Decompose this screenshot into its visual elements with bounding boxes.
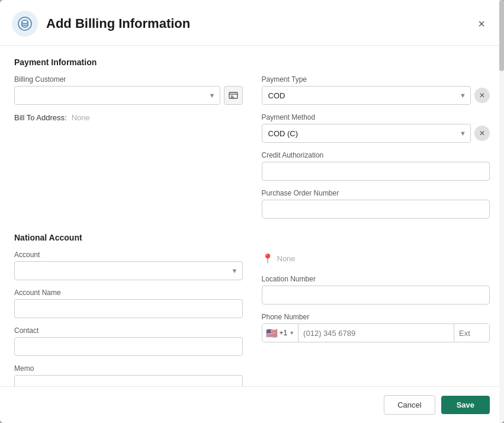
- phone-flag-dropdown[interactable]: 🇺🇸 +1 ▼: [262, 324, 299, 342]
- phone-number-input[interactable]: [298, 324, 454, 342]
- location-number-label: Location Number: [262, 275, 490, 283]
- account-name-group: Account Name: [14, 289, 243, 318]
- billing-customer-group: Billing Customer ▼: [14, 75, 243, 105]
- modal-title: Add Billing Information: [46, 16, 473, 31]
- payment-left-col: Billing Customer ▼: [14, 75, 243, 227]
- payment-method-select-wrap: COD (C) ▼: [262, 124, 471, 143]
- phone-number-group: Phone Number 🇺🇸 +1 ▼: [262, 313, 490, 342]
- location-row: 📍 None: [262, 253, 490, 264]
- us-flag-icon: 🇺🇸: [266, 328, 278, 339]
- phone-country-code: +1: [280, 329, 288, 337]
- account-select[interactable]: [14, 261, 243, 280]
- phone-code-chevron-icon: ▼: [289, 330, 294, 336]
- billing-customer-row: ▼: [14, 86, 243, 105]
- payment-section-title: Payment Information: [14, 57, 490, 67]
- bill-to-address-value: None: [72, 113, 90, 122]
- cancel-button[interactable]: Cancel: [384, 395, 435, 415]
- contact-input[interactable]: [14, 337, 243, 356]
- bill-to-address-row: Bill To Address: None: [14, 113, 243, 122]
- account-label: Account: [14, 251, 243, 259]
- po-number-label: Purchase Order Number: [262, 189, 490, 197]
- modal-body: Payment Information Billing Customer ▼: [0, 46, 504, 386]
- national-account-left-col: Account ▼ Account Name: [14, 251, 243, 386]
- payment-method-row: COD (C) ▼ ✕: [262, 124, 490, 143]
- save-button[interactable]: Save: [441, 396, 490, 414]
- payment-type-row: COD ▼ ✕: [262, 86, 490, 105]
- location-number-input[interactable]: [262, 286, 490, 305]
- account-name-label: Account Name: [14, 289, 243, 297]
- po-number-input[interactable]: [262, 200, 490, 219]
- national-account-right-col: 📍 None Location Number Phone Number 🇺🇸: [262, 251, 490, 386]
- credit-auth-input[interactable]: [262, 162, 490, 181]
- account-name-input[interactable]: [14, 299, 243, 318]
- credit-auth-group: Credit Authorization: [262, 151, 490, 181]
- memo-label: Memo: [14, 364, 243, 373]
- credit-auth-label: Credit Authorization: [262, 151, 490, 159]
- add-billing-modal: Add Billing Information × Payment Inform…: [0, 0, 504, 423]
- payment-type-select-wrap: COD ▼: [262, 86, 471, 105]
- phone-number-row: 🇺🇸 +1 ▼: [262, 323, 490, 342]
- modal-footer: Cancel Save: [0, 386, 504, 423]
- payment-type-clear-button[interactable]: ✕: [474, 88, 490, 103]
- payment-type-label: Payment Type: [262, 75, 490, 84]
- national-account-form-grid: Account ▼ Account Name: [14, 251, 490, 386]
- scrollbar-track[interactable]: [499, 0, 504, 423]
- billing-customer-label: Billing Customer: [14, 75, 243, 84]
- payment-type-select[interactable]: COD: [262, 86, 471, 105]
- payment-form-grid: Billing Customer ▼: [14, 75, 490, 227]
- billing-customer-lookup-button[interactable]: [224, 86, 243, 105]
- memo-input[interactable]: [14, 375, 243, 386]
- billing-customer-select[interactable]: [14, 86, 220, 105]
- phone-number-label: Phone Number: [262, 313, 490, 321]
- bill-to-address-label: Bill To Address:: [14, 113, 67, 122]
- scrollbar-thumb[interactable]: [499, 0, 504, 71]
- payment-type-group: Payment Type COD ▼ ✕: [262, 75, 490, 105]
- location-none-value: None: [277, 254, 296, 263]
- account-group: Account ▼: [14, 251, 243, 280]
- modal-overlay: Add Billing Information × Payment Inform…: [0, 0, 504, 423]
- billing-customer-select-wrap: ▼: [14, 86, 220, 105]
- account-select-wrap: ▼: [14, 261, 243, 280]
- memo-group: Memo: [14, 364, 243, 386]
- location-number-group: Location Number: [262, 275, 490, 305]
- national-account-section-title: National Account: [14, 233, 490, 242]
- payment-method-group: Payment Method COD (C) ▼ ✕: [262, 113, 490, 143]
- contact-group: Contact: [14, 326, 243, 356]
- payment-method-select[interactable]: COD (C): [262, 124, 471, 143]
- billing-icon: [12, 11, 38, 37]
- po-number-group: Purchase Order Number: [262, 189, 490, 219]
- payment-right-col: Payment Type COD ▼ ✕ Payment: [262, 75, 490, 227]
- payment-method-clear-button[interactable]: ✕: [474, 126, 490, 141]
- contact-label: Contact: [14, 326, 243, 335]
- location-pin-icon: 📍: [262, 253, 274, 264]
- close-button[interactable]: ×: [473, 15, 490, 32]
- modal-header: Add Billing Information ×: [0, 0, 504, 46]
- payment-method-label: Payment Method: [262, 113, 490, 121]
- svg-point-1: [22, 20, 28, 24]
- phone-ext-input[interactable]: [454, 324, 489, 342]
